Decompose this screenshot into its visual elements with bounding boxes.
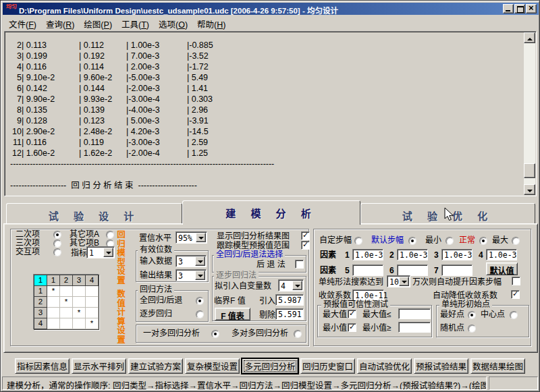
chevron-down-icon[interactable]: [195, 271, 205, 280]
menu-bar: 文件(F)查询(R)绘图(P)工具(T)选项(O)帮助(H): [3, 15, 539, 30]
radio-custom-step[interactable]: [354, 237, 362, 245]
track-prediction-range-checkbox[interactable]: [301, 241, 310, 250]
input-digits-select[interactable]: 3: [176, 255, 207, 267]
chevron-down-icon[interactable]: [292, 281, 302, 290]
factor-7-field[interactable]: [441, 264, 473, 276]
confidence-label: 置信水平: [139, 234, 171, 243]
index-select[interactable]: 1: [86, 246, 115, 258]
default-step-label: 默认步幅: [371, 236, 404, 245]
output-digits-label: 输出结果: [140, 271, 172, 280]
scroll-down-icon[interactable]: [524, 184, 535, 195]
factor-3-field[interactable]: 1.0e-3: [441, 249, 473, 260]
chevron-down-icon[interactable]: [399, 277, 409, 286]
f-out-field[interactable]: 5.591: [275, 308, 304, 320]
factor-1-field[interactable]: 1.0e-3: [352, 249, 383, 260]
max-bound-field[interactable]: [398, 308, 431, 319]
btn-predict-experiment-results[interactable]: 预报试验结果: [414, 358, 468, 374]
radio-random-point[interactable]: [468, 325, 476, 333]
report-row: 9 0.128 0.123 5.00e-3-3.91: [10, 115, 274, 126]
report-row: 2 0.113 0.112 1.00e-3-0.885: [10, 40, 274, 51]
vars-count-select[interactable]: 4: [278, 279, 304, 291]
matrix-corner-cell[interactable]: 1: [34, 275, 47, 286]
backward-method-checkbox[interactable]: [295, 260, 304, 269]
min-step-label: 最小: [425, 236, 441, 245]
auto-lower-convergence-checkbox[interactable]: [511, 290, 520, 299]
stepwise-group-title: 逐步回归法: [214, 271, 259, 280]
radio-normal-step[interactable]: [479, 237, 487, 245]
report-row: 8 0.135 0.139-4.00e-3 2.96: [10, 105, 274, 115]
chevron-down-icon[interactable]: [196, 233, 206, 242]
btn-data-result-plot[interactable]: 数据结果绘图: [470, 358, 525, 374]
radio-full-regression[interactable]: [196, 297, 204, 305]
btn-show-level-arrangement[interactable]: 显示水平排列: [72, 358, 126, 374]
tab-experiment-design[interactable]: 试 验 设 计: [6, 203, 182, 223]
factor-4-num: 4: [479, 251, 483, 260]
status-bar: 建模分析，通常的操作顺序: 回归类型→指标选择→置信水平→回归方法→回归模型设置…: [2, 376, 487, 390]
show-result-chart-checkbox[interactable]: [301, 231, 310, 240]
btn-complex-model-settings[interactable]: 复杂模型设置: [185, 358, 240, 374]
default-values-button[interactable]: 默认值: [486, 262, 518, 275]
btn-indicator-factor-info[interactable]: 指标因素信息: [15, 358, 70, 374]
matrix-header-cell[interactable]: 3: [73, 275, 86, 286]
simplex-autoraise-label: 万次则自动提升因素步幅: [412, 278, 502, 287]
btn-auto-experiment-optimization[interactable]: 自动试验优化: [357, 358, 412, 374]
radio-cubic[interactable]: [53, 240, 61, 248]
btn-create-experiment-plan[interactable]: 建立试验方案: [128, 358, 183, 374]
tab-modeling-analysis[interactable]: 建 模 分 析: [182, 200, 360, 225]
chevron-down-icon[interactable]: [195, 256, 205, 266]
factor-2-field[interactable]: 1.0e-3: [397, 249, 428, 260]
radio-other-a[interactable]: [106, 231, 114, 239]
output-digits-select[interactable]: 3: [176, 269, 207, 281]
app-window: 均匀 D:\Program Files\Uniform Design\uestc…: [0, 0, 540, 392]
min-check-checkbox[interactable]: [348, 323, 356, 332]
scroll-up-icon[interactable]: [524, 32, 535, 43]
chevron-down-icon[interactable]: [103, 248, 113, 257]
radio-interaction[interactable]: [53, 248, 61, 256]
radio-center-point[interactable]: [510, 311, 518, 319]
min-bound-label: 最小值≥: [362, 324, 392, 333]
radio-many-to-many[interactable]: [294, 330, 302, 338]
minimize-icon[interactable]: [503, 4, 514, 13]
vertical-scrollbar[interactable]: [524, 32, 535, 195]
f-in-field[interactable]: 5.987: [275, 294, 304, 306]
radio-best-point[interactable]: [468, 311, 476, 319]
confidence-select[interactable]: 95%: [176, 231, 207, 244]
menu-item[interactable]: 绘图(P): [84, 18, 112, 30]
factor-6-field[interactable]: [397, 264, 428, 276]
stepwise-regression-label: 逐步回归: [140, 310, 172, 318]
report-row: 12 1.60e-2 1.62e-2-2.00e-4 1.25: [10, 148, 274, 159]
radio-stepwise-regression[interactable]: [196, 310, 204, 318]
radio-min-step[interactable]: [446, 237, 454, 245]
menu-item[interactable]: 选项(O): [159, 18, 188, 30]
btn-multivariate-regression[interactable]: 多元回归分析: [242, 358, 298, 374]
regression-report-area[interactable]: 2 0.113 0.112 1.00e-3-0.8853 0.199 0.192…: [4, 31, 537, 196]
radio-max-step[interactable]: [512, 237, 520, 245]
simplex-search-select[interactable]: 10: [387, 275, 410, 287]
simplex-autoraise-checkbox[interactable]: [512, 277, 520, 285]
matrix-row: 1 *: [34, 286, 99, 297]
matrix-header-cell[interactable]: 1: [47, 275, 60, 286]
report-row: 3 0.199 0.192 7.00e-3-3.52: [10, 51, 274, 61]
model-term-matrix[interactable]: 1 1234 1 * 2 * 3 * 4: [34, 275, 99, 330]
matrix-header-cell[interactable]: 2: [60, 275, 73, 286]
maximize-icon[interactable]: [514, 4, 525, 13]
factor-4-field[interactable]: 1.0e-3: [486, 249, 517, 260]
max-check-checkbox[interactable]: [348, 310, 356, 318]
radio-default-step[interactable]: [408, 237, 416, 245]
f-table-button[interactable]: F 值表: [215, 308, 250, 320]
menu-item[interactable]: 文件(F): [9, 18, 36, 30]
close-icon[interactable]: [526, 4, 537, 13]
factor-5-field[interactable]: [352, 264, 383, 276]
radio-one-to-many[interactable]: [211, 330, 219, 338]
scrollbar-thumb[interactable]: [524, 163, 535, 178]
min-bound-field[interactable]: [398, 322, 431, 333]
btn-regression-history[interactable]: 回归历史窗口: [300, 358, 355, 374]
radio-quadratic[interactable]: [53, 231, 61, 239]
max-step-label: 最大: [492, 236, 508, 245]
menu-item[interactable]: 查询(R): [46, 18, 74, 30]
matrix-row: 3 *: [34, 308, 99, 318]
menu-item[interactable]: 工具(T): [122, 18, 149, 30]
menu-item[interactable]: 帮助(H): [197, 18, 225, 30]
index-label: 指标: [71, 249, 87, 258]
matrix-header-cell[interactable]: 4: [86, 275, 99, 286]
